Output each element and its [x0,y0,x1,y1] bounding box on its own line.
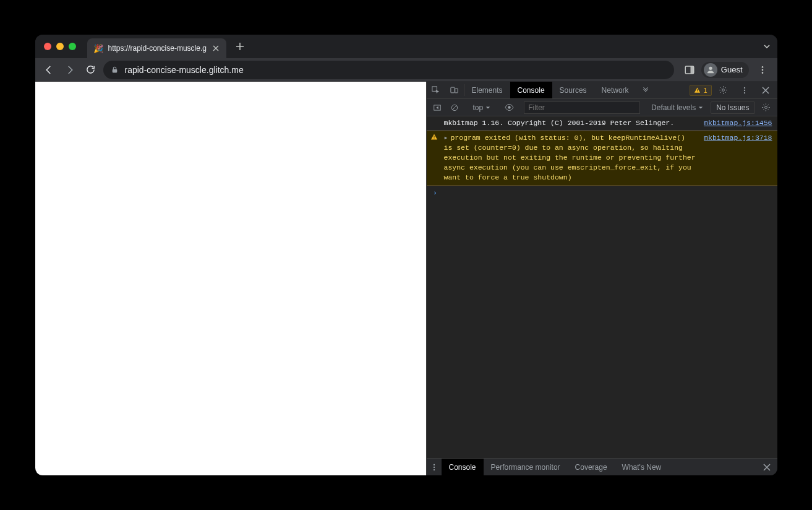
avatar-icon [704,63,717,77]
minimize-window-button[interactable] [56,43,64,50]
tab-console[interactable]: Console [510,82,552,98]
devtools-menu-icon[interactable] [735,86,754,95]
svg-point-13 [743,87,745,88]
svg-point-14 [743,89,745,90]
tab-elements[interactable]: Elements [464,82,510,98]
inspect-element-icon[interactable] [427,82,445,98]
svg-point-3 [709,66,712,69]
svg-rect-0 [112,69,117,72]
devtools-tabbar: Elements Console Sources Network 1 [427,82,777,99]
close-window-button[interactable] [44,43,51,50]
drawer-tab-whats-new[interactable]: What's New [615,459,669,475]
svg-point-15 [743,92,745,93]
toggle-sidebar-icon[interactable] [430,103,444,112]
console-settings-icon[interactable] [759,103,774,112]
console-message-text: ▸program exited (with status: 0), but ke… [442,131,699,184]
more-tabs-icon[interactable] [636,82,655,98]
toolbar: rapid-concise-muscle.glitch.me Guest [35,58,777,82]
tab-network[interactable]: Network [594,82,636,98]
svg-rect-10 [697,89,698,91]
svg-rect-9 [455,89,458,93]
svg-rect-20 [434,136,434,138]
devtools-close-icon[interactable] [756,87,775,94]
side-panel-icon[interactable] [684,64,695,76]
console-message-source-link[interactable]: mkbitmap.js:3718 [699,131,777,184]
forward-button[interactable] [61,61,79,79]
console-message-source-link[interactable]: mkbitmap.js:1456 [699,116,777,130]
tab-title: https://rapid-concise-muscle.g [108,44,207,53]
live-expression-icon[interactable] [502,103,516,112]
console-message: mkbitmap 1.16. Copyright (C) 2001-2019 P… [427,116,777,131]
console-filter-input[interactable] [524,102,640,114]
svg-rect-21 [434,139,434,139]
url-text: rapid-concise-muscle.glitch.me [125,65,667,75]
chrome-menu-button[interactable] [755,65,770,75]
back-button[interactable] [40,61,58,79]
devtools-drawer: Console Performance monitor Coverage Wha… [427,458,777,475]
tab-bar: 🎉 https://rapid-concise-muscle.g [35,35,777,58]
console-prompt[interactable]: › [427,186,777,201]
browser-tab[interactable]: 🎉 https://rapid-concise-muscle.g [87,38,226,58]
warnings-badge[interactable]: 1 [690,85,711,96]
svg-point-19 [765,106,767,109]
drawer-menu-icon[interactable] [427,459,442,475]
svg-point-5 [761,69,763,71]
tab-favicon-icon: 🎉 [93,43,103,53]
execution-context-selector[interactable]: top [469,102,495,114]
content-area: Elements Console Sources Network 1 [35,82,777,475]
tabs-menu-button[interactable] [763,35,771,58]
log-levels-label: Default levels [651,103,696,112]
issues-badge[interactable]: No Issues [711,102,754,114]
close-tab-button[interactable] [212,44,220,53]
drawer-tab-console[interactable]: Console [442,459,484,475]
svg-point-18 [508,106,510,108]
window-controls [44,43,76,50]
prompt-chevron-icon: › [430,188,440,198]
new-tab-button[interactable] [231,38,249,55]
svg-point-12 [722,89,725,92]
drawer-tab-coverage[interactable]: Coverage [568,459,615,475]
lock-icon [111,66,119,74]
profile-label: Guest [721,65,743,74]
console-message-text: mkbitmap 1.16. Copyright (C) 2001-2019 P… [442,116,699,130]
warnings-count: 1 [703,87,707,94]
reload-button[interactable] [82,61,100,79]
profile-chip[interactable]: Guest [701,62,749,78]
issues-label: No Issues [716,103,749,112]
warning-icon [430,133,438,184]
context-label: top [473,103,484,112]
browser-window: 🎉 https://rapid-concise-muscle.g rap [35,35,777,475]
svg-rect-2 [690,66,693,74]
drawer-tab-performance-monitor[interactable]: Performance monitor [484,459,568,475]
page-viewport[interactable] [35,82,426,475]
devtools-settings-icon[interactable] [714,85,733,95]
svg-point-23 [433,466,434,467]
drawer-close-icon[interactable] [760,464,774,471]
device-toolbar-icon[interactable] [445,82,464,98]
fullscreen-window-button[interactable] [69,43,76,50]
svg-point-6 [761,72,763,74]
svg-rect-11 [697,92,698,92]
clear-console-icon[interactable] [448,103,461,112]
console-output[interactable]: mkbitmap 1.16. Copyright (C) 2001-2019 P… [427,116,777,458]
svg-point-4 [761,66,763,68]
svg-point-22 [433,464,434,465]
devtools-panel: Elements Console Sources Network 1 [426,82,777,475]
tab-sources[interactable]: Sources [552,82,594,98]
log-levels-selector[interactable]: Default levels [647,102,707,114]
console-message: ▸program exited (with status: 0), but ke… [427,131,777,185]
svg-point-24 [433,469,434,470]
svg-rect-8 [451,87,455,93]
address-bar[interactable]: rapid-concise-muscle.glitch.me [103,61,674,79]
console-toolbar: top Default levels No Issues [427,99,777,116]
expand-caret-icon[interactable]: ▸ [444,134,448,142]
